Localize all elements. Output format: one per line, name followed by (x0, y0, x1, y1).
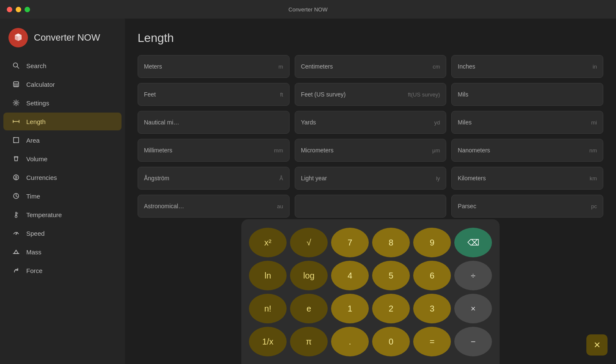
unit-field-micrometers[interactable]: Micrometers μm (295, 139, 447, 162)
unit-field-millimeters[interactable]: Millimeters mm (138, 139, 290, 162)
sidebar-nav: Search Calculator (0, 56, 125, 364)
titlebar-buttons (7, 7, 30, 12)
unit-name-millimeters: Millimeters (144, 147, 172, 154)
calc-multiply-button[interactable]: × (454, 294, 492, 323)
calc-log-button[interactable]: log (290, 261, 328, 290)
close-button[interactable] (7, 7, 12, 12)
unit-field-feet-us[interactable]: Feet (US survey) ft(US survey) (295, 83, 447, 106)
sidebar-item-currencies[interactable]: Currencies (3, 168, 122, 186)
close-button-floating[interactable]: ✕ (586, 334, 608, 356)
sidebar-item-time[interactable]: Time (3, 187, 122, 205)
sidebar-item-force[interactable]: Force (3, 262, 122, 279)
svg-point-10 (15, 102, 17, 104)
unit-field-mils[interactable]: Mils (451, 83, 603, 106)
sidebar-item-label-area: Area (26, 137, 40, 144)
calc-7-button[interactable]: 7 (331, 228, 369, 257)
calc-2-button[interactable]: 2 (372, 294, 410, 323)
unit-abbr-feet: ft (280, 91, 283, 98)
sidebar-item-search[interactable]: Search (3, 57, 122, 74)
calc-divide-button[interactable]: ÷ (454, 261, 492, 290)
svg-rect-6 (17, 84, 18, 85)
app-layout: Converter NOW Search (0, 19, 616, 364)
currencies-icon (12, 173, 20, 182)
calc-minus-button[interactable]: − (454, 327, 492, 356)
unit-field-kilometers[interactable]: Kilometers km (451, 167, 603, 190)
main-content: Length Meters m Centimeters cm Inches in… (125, 19, 616, 364)
calculator-grid: x² √ 7 8 9 ⌫ ln log 4 5 6 ÷ n! e 1 2 3 × (249, 228, 492, 356)
sidebar-item-area[interactable]: Area (3, 131, 122, 149)
sidebar-item-label-speed: Speed (26, 230, 44, 237)
sidebar-item-volume[interactable]: Volume (3, 150, 122, 168)
unit-abbr-yards: yd (434, 119, 440, 126)
unit-name-astronomical: Astronomical… (144, 203, 184, 210)
calc-1-button[interactable]: 1 (331, 294, 369, 323)
unit-field-nanometers[interactable]: Nanometers nm (451, 139, 603, 162)
unit-field-feet[interactable]: Feet ft (138, 83, 290, 106)
unit-abbr-inches: in (593, 63, 597, 70)
calc-6-button[interactable]: 6 (413, 261, 451, 290)
sidebar-item-label-time: Time (26, 193, 40, 200)
calc-equals-button[interactable]: = (413, 327, 451, 356)
sidebar-item-label-search: Search (26, 62, 47, 69)
calc-backspace-button[interactable]: ⌫ (454, 228, 492, 257)
unit-abbr-kilometers: km (590, 175, 597, 182)
unit-abbr-micrometers: μm (432, 147, 440, 154)
unit-abbr-millimeters: mm (274, 147, 283, 154)
sidebar-item-mass[interactable]: Mass (3, 243, 122, 261)
sidebar-item-length[interactable]: Length (3, 113, 122, 130)
calc-ln-button[interactable]: ln (249, 261, 287, 290)
unit-field-inches[interactable]: Inches in (451, 55, 603, 78)
calc-inverse-button[interactable]: 1/x (249, 327, 287, 356)
unit-name-angstrom: Ångström (144, 175, 169, 182)
unit-field-miles[interactable]: Miles mi (451, 111, 603, 134)
unit-abbr-meters: m (279, 63, 283, 70)
unit-field-centimeters[interactable]: Centimeters cm (295, 55, 447, 78)
calc-8-button[interactable]: 8 (372, 228, 410, 257)
calc-factorial-button[interactable]: n! (249, 294, 287, 323)
mass-icon (12, 248, 20, 256)
unit-name-parsec: Parsec (458, 203, 476, 210)
sidebar-item-label-temperature: Temperature (26, 211, 62, 218)
sidebar-item-calculator[interactable]: Calculator (3, 75, 122, 93)
unit-name-mils: Mils (458, 91, 468, 98)
calculator-overlay: x² √ 7 8 9 ⌫ ln log 4 5 6 ÷ n! e 1 2 3 × (241, 219, 500, 364)
search-icon (12, 61, 20, 70)
speed-icon (12, 229, 20, 237)
sidebar-item-label-volume: Volume (26, 155, 47, 163)
sidebar: Converter NOW Search (0, 19, 125, 364)
unit-field-light-year[interactable]: Light year ly (295, 167, 447, 190)
unit-field-meters[interactable]: Meters m (138, 55, 290, 78)
unit-abbr-astronomical: au (277, 203, 283, 210)
calc-5-button[interactable]: 5 (372, 261, 410, 290)
page-title: Length (138, 31, 603, 45)
calc-0-button[interactable]: 0 (372, 327, 410, 356)
sidebar-item-label-currencies: Currencies (26, 174, 57, 181)
unit-name-feet-us: Feet (US survey) (301, 91, 346, 98)
minimize-button[interactable] (16, 7, 21, 12)
unit-field-parsec[interactable]: Parsec pc (451, 195, 603, 218)
unit-field-yards[interactable]: Yards yd (295, 111, 447, 134)
unit-field-angstrom[interactable]: Ångström Å (138, 167, 290, 190)
logo-text: Converter NOW (34, 32, 100, 43)
calc-3-button[interactable]: 3 (413, 294, 451, 323)
calc-9-button[interactable]: 9 (413, 228, 451, 257)
calc-4-button[interactable]: 4 (331, 261, 369, 290)
calc-pi-button[interactable]: π (290, 327, 328, 356)
unit-name-meters: Meters (144, 63, 162, 70)
svg-line-21 (16, 196, 17, 197)
sidebar-item-speed[interactable]: Speed (3, 224, 122, 242)
calc-x2-button[interactable]: x² (249, 228, 287, 257)
svg-rect-4 (14, 84, 15, 85)
calc-decimal-button[interactable]: . (331, 327, 369, 356)
maximize-button[interactable] (25, 7, 30, 12)
unit-field-astronomical[interactable]: Astronomical… au (138, 195, 290, 218)
sidebar-item-temperature[interactable]: Temperature (3, 206, 122, 223)
temperature-icon (12, 210, 20, 219)
svg-point-27 (16, 234, 17, 235)
unit-name-nautical: Nautical mi… (144, 119, 179, 126)
unit-name-feet: Feet (144, 91, 156, 98)
calc-e-button[interactable]: e (290, 294, 328, 323)
unit-field-nautical[interactable]: Nautical mi… (138, 111, 290, 134)
calc-sqrt-button[interactable]: √ (290, 228, 328, 257)
sidebar-item-settings[interactable]: Settings (3, 94, 122, 112)
